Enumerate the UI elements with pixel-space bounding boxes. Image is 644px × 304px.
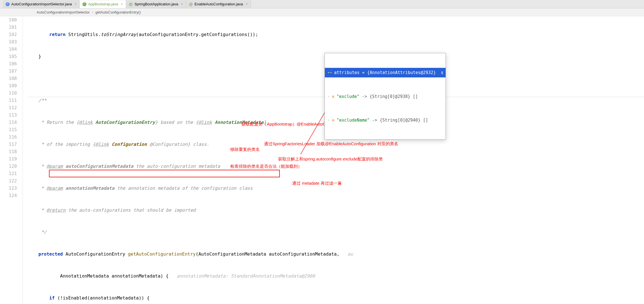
line-number: 103 (0, 38, 17, 46)
breadcrumb-class[interactable]: AutoConfigurationImportSelector (37, 10, 90, 14)
close-icon[interactable]: × (75, 2, 77, 6)
line-number: 101 (0, 24, 17, 31)
close-icon[interactable]: × (181, 2, 183, 6)
class-icon: C (6, 2, 10, 6)
keyword: return (49, 32, 66, 37)
tab-autoconfig-selector[interactable]: C AutoConfigurationImportSelector.java × (3, 0, 80, 8)
highlight-box (49, 170, 280, 177)
fold-gutter (20, 16, 28, 304)
line-number: 116 (0, 133, 17, 141)
line-number: 108 (0, 75, 17, 82)
tab-label: AutoConfigurationImportSelector.java (11, 2, 72, 6)
annotation-text: 通过SpringFactoriesLoader 加载@EnableAutoCon… (264, 140, 398, 147)
glasses-icon: 👓 (327, 69, 332, 76)
tab-springbootapp[interactable]: @ SpringBootApplication.java × (126, 0, 186, 8)
line-number: 107 (0, 68, 17, 75)
tab-label: SpringBootApplication.java (135, 2, 178, 6)
tab-appbootstrap[interactable]: C AppBootstrap.java × (80, 0, 126, 8)
close-icon[interactable]: × (246, 2, 248, 6)
line-number: 102 (0, 31, 17, 38)
javadoc: /** (28, 98, 46, 103)
annotation-text: 通过 metadate 再过滤一遍 (292, 180, 342, 187)
line-number: 115 (0, 126, 17, 133)
line-number: 117 (0, 141, 17, 148)
line-number: 113 (0, 111, 17, 119)
line-number: 122 (0, 177, 17, 185)
line-number: 118 (0, 148, 17, 155)
code-area[interactable]: return StringUtils.toStringArray(autoCon… (28, 16, 644, 304)
annotation-text: 移除重复的类名 (230, 146, 260, 153)
annotation-text: 获取注解上和spring.autoconfigure.exclude配置的排除类 (278, 155, 383, 163)
breadcrumb: AutoConfigurationImportSelector › getAut… (0, 8, 644, 16)
popup-header: 👓 attributes = {AnnotationAttributes@293… (325, 68, 446, 77)
line-number: 106 (0, 60, 17, 68)
debug-variable-popup[interactable]: 👓 attributes = {AnnotationAttributes@293… (325, 53, 446, 140)
popup-entry[interactable]: › ≡ "exclude" -> {String[0]@2938} [] (325, 92, 446, 101)
chevron-right-icon[interactable]: › (328, 93, 330, 100)
line-number: 105 (0, 53, 17, 60)
line-number: 121 (0, 170, 17, 177)
line-gutter: 100 101 102 103 104 105 106 107 108 109 … (0, 16, 20, 304)
tab-enableautoconfig[interactable]: @ EnableAutoConfiguration.java × (186, 0, 251, 8)
breadcrumb-method[interactable]: getAutoConfigurationEntry() (95, 10, 141, 14)
annotation-icon: @ (129, 2, 133, 6)
annotation-text: 检查排除的类名是否合法（能加载到） (230, 163, 302, 170)
chevron-right-icon: › (92, 10, 93, 14)
field-icon: ≡ (332, 93, 334, 100)
line-number: 119 (0, 155, 17, 163)
popup-entry[interactable]: › ≡ "excludeName" -> {String[0]@2940} [] (325, 116, 446, 125)
line-number: 104 (0, 46, 17, 53)
tab-label: AppBootstrap.java (88, 2, 118, 6)
line-number: 124 (0, 192, 17, 199)
line-number: 112 (0, 104, 17, 111)
field-icon: ≡ (332, 117, 334, 124)
annotation-icon: @ (189, 2, 193, 6)
line-number: 111 (0, 97, 17, 104)
line-number: 120 (0, 163, 17, 170)
editor-tabs: C AutoConfigurationImportSelector.java ×… (0, 0, 644, 8)
code-editor[interactable]: 100 101 102 103 104 105 106 107 108 109 … (0, 16, 644, 304)
line-number: 110 (0, 90, 17, 97)
tab-label: EnableAutoConfiguration.java (194, 2, 243, 6)
chevron-right-icon[interactable]: › (328, 117, 330, 124)
line-number: 114 (0, 119, 17, 126)
class-icon: C (82, 2, 86, 6)
close-icon[interactable]: × (121, 2, 123, 6)
line-number: 123 (0, 185, 17, 192)
line-number: 100 (0, 16, 17, 24)
line-number: 109 (0, 82, 17, 90)
